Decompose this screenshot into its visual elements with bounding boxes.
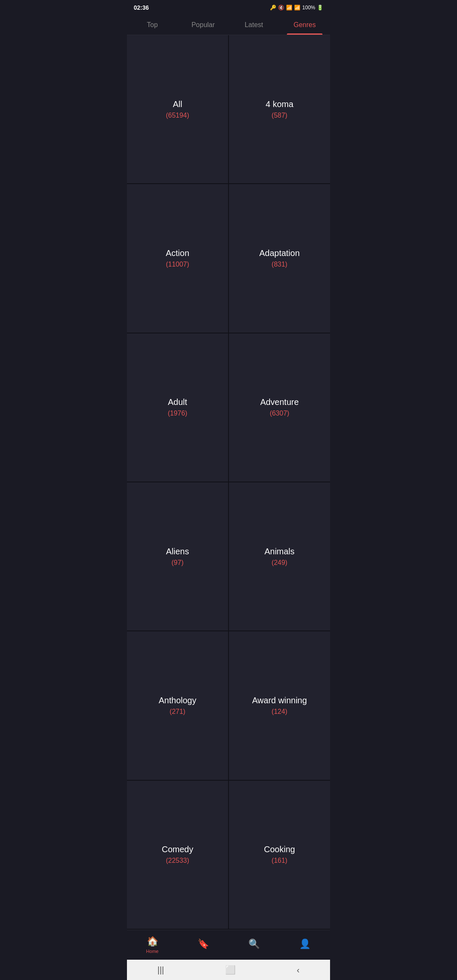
genre-count: (271) (170, 708, 185, 716)
genre-card[interactable]: Adventure(6307) (229, 333, 330, 482)
genre-count: (6307) (270, 410, 289, 417)
wifi-icon: 📶 (286, 5, 292, 11)
genre-count: (1976) (168, 410, 187, 417)
signal-icon: 📶 (294, 5, 300, 11)
profile-icon: 👤 (299, 939, 311, 950)
bottom-nav: 🏠 Home 🔖 🔍 👤 (127, 930, 330, 960)
nav-profile[interactable]: 👤 (279, 933, 330, 956)
tab-genres[interactable]: Genres (279, 15, 330, 35)
battery-label: 100% (302, 5, 315, 11)
home-icon: 🏠 (147, 936, 158, 947)
genre-name: Award winning (252, 696, 307, 705)
battery-icon: 🔋 (317, 5, 323, 11)
genre-card[interactable]: Adult(1976) (127, 333, 228, 482)
genre-name: Comedy (162, 845, 193, 854)
nav-home[interactable]: 🏠 Home (127, 933, 178, 956)
status-icons: 🔑 🔇 📶 📶 100% 🔋 (270, 5, 323, 11)
genre-card[interactable]: Action(11007) (127, 184, 228, 332)
key-icon: 🔑 (270, 5, 276, 11)
tab-popular[interactable]: Popular (178, 15, 228, 35)
genre-card[interactable]: Aliens(97) (127, 482, 228, 630)
genre-count: (831) (272, 261, 287, 268)
status-bar: 02:36 🔑 🔇 📶 📶 100% 🔋 (127, 0, 330, 15)
genre-name: Aliens (166, 547, 189, 556)
status-time: 02:36 (134, 4, 149, 11)
genre-name: Action (166, 248, 190, 258)
nav-bookmarks[interactable]: 🔖 (178, 933, 228, 956)
recent-apps-button[interactable]: ||| (157, 965, 164, 975)
tab-latest[interactable]: Latest (228, 15, 279, 35)
genre-count: (161) (272, 857, 287, 864)
genre-name: Adaptation (259, 248, 300, 258)
genre-count: (124) (272, 708, 287, 716)
genre-name: Anthology (159, 696, 196, 705)
bookmark-icon: 🔖 (198, 939, 209, 950)
system-nav-bar: ||| ⬜ ‹ (127, 960, 330, 980)
genre-card[interactable]: Cooking(161) (229, 781, 330, 929)
home-button[interactable]: ⬜ (225, 965, 236, 975)
genre-count: (249) (272, 559, 287, 567)
genres-grid: All(65194)4 koma(587)Action(11007)Adapta… (127, 35, 330, 930)
genre-card[interactable]: Anthology(271) (127, 631, 228, 779)
tab-top[interactable]: Top (127, 15, 178, 35)
back-button[interactable]: ‹ (297, 965, 300, 975)
genre-count: (11007) (166, 261, 189, 268)
genre-card[interactable]: 4 koma(587) (229, 35, 330, 183)
genre-card[interactable]: Comedy(22533) (127, 781, 228, 929)
genre-name: Animals (264, 547, 295, 556)
genre-card[interactable]: Adaptation(831) (229, 184, 330, 332)
genre-name: All (173, 99, 182, 109)
genre-name: Cooking (264, 845, 295, 854)
genre-count: (22533) (166, 857, 189, 864)
genre-count: (97) (171, 559, 183, 567)
genre-card[interactable]: Award winning(124) (229, 631, 330, 779)
genre-count: (587) (272, 112, 287, 119)
tab-bar: Top Popular Latest Genres (127, 15, 330, 35)
genre-name: Adventure (260, 397, 299, 407)
genre-count: (65194) (166, 112, 189, 119)
mute-icon: 🔇 (278, 5, 284, 11)
search-icon: 🔍 (248, 939, 260, 950)
genre-name: Adult (168, 397, 187, 407)
genre-card[interactable]: Animals(249) (229, 482, 330, 630)
genre-name: 4 koma (266, 99, 294, 109)
genre-card[interactable]: All(65194) (127, 35, 228, 183)
nav-home-label: Home (146, 949, 158, 954)
nav-search[interactable]: 🔍 (228, 933, 279, 956)
